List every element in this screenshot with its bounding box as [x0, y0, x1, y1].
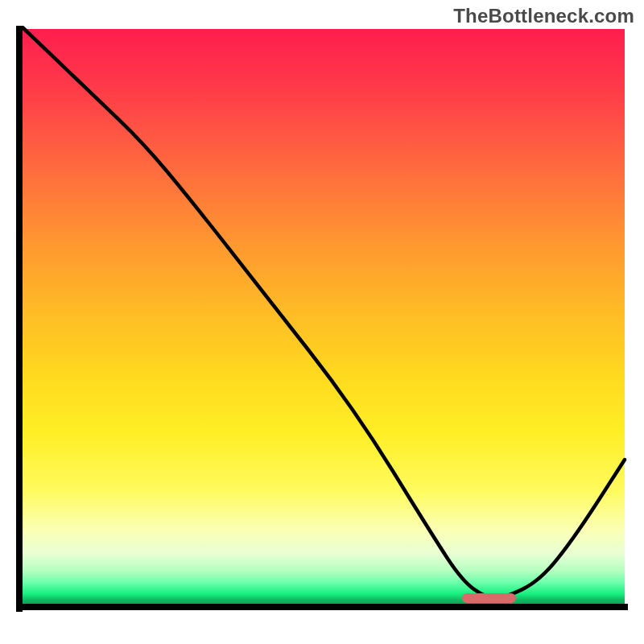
watermark-text: TheBottleneck.com: [453, 5, 634, 27]
gradient-background: [19, 29, 625, 605]
optimal-marker: [462, 593, 516, 603]
chart-frame: TheBottleneck.com: [0, 0, 644, 644]
plot-area: [16, 26, 628, 628]
